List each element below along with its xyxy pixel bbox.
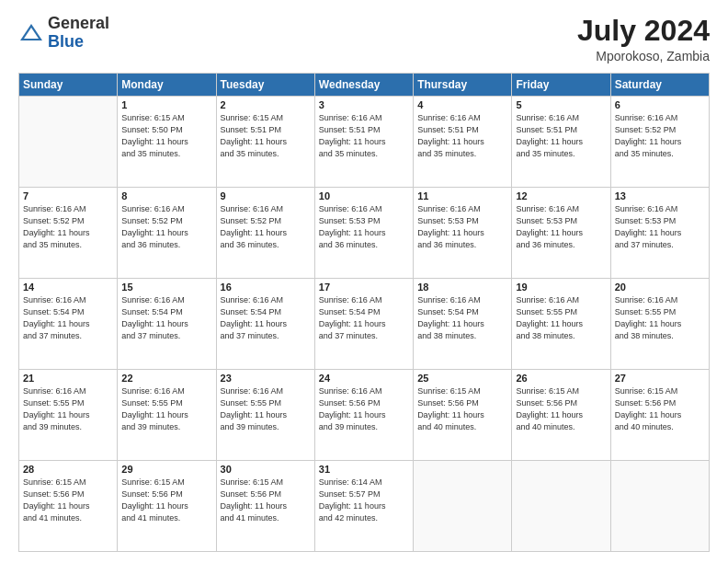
col-header-sunday: Sunday: [19, 74, 118, 97]
calendar-cell: 24Sunrise: 6:16 AM Sunset: 5:56 PM Dayli…: [314, 370, 413, 461]
day-number: 9: [221, 190, 311, 201]
day-info: Sunrise: 6:16 AM Sunset: 5:53 PM Dayligh…: [417, 203, 507, 251]
day-info: Sunrise: 6:16 AM Sunset: 5:51 PM Dayligh…: [319, 112, 409, 160]
calendar-cell: 20Sunrise: 6:16 AM Sunset: 5:55 PM Dayli…: [610, 279, 709, 370]
col-header-thursday: Thursday: [414, 74, 512, 97]
day-info: Sunrise: 6:16 AM Sunset: 5:55 PM Dayligh…: [516, 294, 606, 342]
logo: General Blue: [18, 15, 109, 52]
day-info: Sunrise: 6:15 AM Sunset: 5:56 PM Dayligh…: [23, 477, 113, 524]
week-row-3: 21Sunrise: 6:16 AM Sunset: 5:55 PM Dayli…: [19, 370, 710, 461]
col-header-friday: Friday: [512, 74, 610, 97]
week-row-0: 1Sunrise: 6:15 AM Sunset: 5:50 PM Daylig…: [19, 97, 710, 188]
day-number: 26: [516, 373, 606, 384]
day-number: 31: [319, 464, 409, 475]
logo-icon: [18, 20, 44, 46]
calendar-cell: 23Sunrise: 6:16 AM Sunset: 5:55 PM Dayli…: [216, 370, 314, 461]
day-info: Sunrise: 6:16 AM Sunset: 5:52 PM Dayligh…: [23, 203, 113, 251]
calendar-header-row: SundayMondayTuesdayWednesdayThursdayFrid…: [19, 74, 710, 97]
calendar-table: SundayMondayTuesdayWednesdayThursdayFrid…: [18, 73, 710, 552]
day-number: 15: [121, 282, 211, 293]
calendar-cell: 14Sunrise: 6:16 AM Sunset: 5:54 PM Dayli…: [19, 279, 118, 370]
calendar-cell: [19, 97, 118, 188]
day-number: 25: [417, 373, 507, 384]
calendar-cell: 1Sunrise: 6:15 AM Sunset: 5:50 PM Daylig…: [118, 97, 216, 188]
day-number: 6: [615, 99, 705, 110]
calendar-cell: 3Sunrise: 6:16 AM Sunset: 5:51 PM Daylig…: [314, 97, 413, 188]
day-number: 8: [121, 190, 211, 201]
day-info: Sunrise: 6:16 AM Sunset: 5:54 PM Dayligh…: [23, 294, 113, 342]
calendar-cell: 6Sunrise: 6:16 AM Sunset: 5:52 PM Daylig…: [610, 97, 709, 188]
day-number: 23: [221, 373, 311, 384]
calendar-cell: 16Sunrise: 6:16 AM Sunset: 5:54 PM Dayli…: [216, 279, 314, 370]
day-number: 1: [121, 99, 211, 110]
day-number: 5: [516, 99, 606, 110]
calendar-cell: 25Sunrise: 6:15 AM Sunset: 5:56 PM Dayli…: [414, 370, 512, 461]
day-number: 30: [221, 464, 311, 475]
col-header-monday: Monday: [118, 74, 216, 97]
day-info: Sunrise: 6:16 AM Sunset: 5:54 PM Dayligh…: [417, 294, 507, 342]
calendar-cell: 31Sunrise: 6:14 AM Sunset: 5:57 PM Dayli…: [314, 461, 413, 552]
day-number: 24: [319, 373, 409, 384]
day-number: 7: [23, 190, 113, 201]
day-number: 2: [221, 99, 311, 110]
day-info: Sunrise: 6:16 AM Sunset: 5:54 PM Dayligh…: [319, 294, 409, 342]
col-header-saturday: Saturday: [610, 74, 709, 97]
day-info: Sunrise: 6:16 AM Sunset: 5:54 PM Dayligh…: [221, 294, 311, 342]
calendar-cell: 13Sunrise: 6:16 AM Sunset: 5:53 PM Dayli…: [610, 188, 709, 279]
calendar-cell: 28Sunrise: 6:15 AM Sunset: 5:56 PM Dayli…: [19, 461, 118, 552]
day-info: Sunrise: 6:16 AM Sunset: 5:51 PM Dayligh…: [516, 112, 606, 160]
day-info: Sunrise: 6:16 AM Sunset: 5:54 PM Dayligh…: [121, 294, 211, 342]
calendar-cell: [414, 461, 512, 552]
week-row-2: 14Sunrise: 6:16 AM Sunset: 5:54 PM Dayli…: [19, 279, 710, 370]
page: General Blue July 2024 Mporokoso, Zambia…: [0, 0, 728, 563]
calendar-cell: 15Sunrise: 6:16 AM Sunset: 5:54 PM Dayli…: [118, 279, 216, 370]
day-number: 27: [615, 373, 705, 384]
day-info: Sunrise: 6:16 AM Sunset: 5:51 PM Dayligh…: [417, 112, 507, 160]
week-row-4: 28Sunrise: 6:15 AM Sunset: 5:56 PM Dayli…: [19, 461, 710, 552]
calendar-cell: 2Sunrise: 6:15 AM Sunset: 5:51 PM Daylig…: [216, 97, 314, 188]
calendar-cell: 5Sunrise: 6:16 AM Sunset: 5:51 PM Daylig…: [512, 97, 610, 188]
day-number: 12: [516, 190, 606, 201]
day-number: 17: [319, 282, 409, 293]
calendar-cell: 29Sunrise: 6:15 AM Sunset: 5:56 PM Dayli…: [118, 461, 216, 552]
week-row-1: 7Sunrise: 6:16 AM Sunset: 5:52 PM Daylig…: [19, 188, 710, 279]
calendar-cell: 9Sunrise: 6:16 AM Sunset: 5:52 PM Daylig…: [216, 188, 314, 279]
day-info: Sunrise: 6:16 AM Sunset: 5:55 PM Dayligh…: [615, 294, 705, 342]
col-header-tuesday: Tuesday: [216, 74, 314, 97]
day-number: 16: [221, 282, 311, 293]
day-info: Sunrise: 6:16 AM Sunset: 5:53 PM Dayligh…: [319, 203, 409, 251]
day-number: 14: [23, 282, 113, 293]
day-info: Sunrise: 6:15 AM Sunset: 5:50 PM Dayligh…: [121, 112, 211, 160]
calendar-cell: 18Sunrise: 6:16 AM Sunset: 5:54 PM Dayli…: [414, 279, 512, 370]
day-info: Sunrise: 6:15 AM Sunset: 5:56 PM Dayligh…: [221, 477, 311, 524]
day-number: 11: [417, 190, 507, 201]
day-number: 3: [319, 99, 409, 110]
day-info: Sunrise: 6:16 AM Sunset: 5:52 PM Dayligh…: [221, 203, 311, 251]
calendar-cell: 30Sunrise: 6:15 AM Sunset: 5:56 PM Dayli…: [216, 461, 314, 552]
col-header-wednesday: Wednesday: [314, 74, 413, 97]
logo-blue-text: Blue: [48, 32, 84, 51]
day-info: Sunrise: 6:15 AM Sunset: 5:56 PM Dayligh…: [615, 385, 705, 433]
location: Mporokoso, Zambia: [577, 49, 710, 63]
calendar-cell: 11Sunrise: 6:16 AM Sunset: 5:53 PM Dayli…: [414, 188, 512, 279]
calendar-cell: 10Sunrise: 6:16 AM Sunset: 5:53 PM Dayli…: [314, 188, 413, 279]
day-info: Sunrise: 6:16 AM Sunset: 5:52 PM Dayligh…: [615, 112, 705, 160]
calendar-cell: 22Sunrise: 6:16 AM Sunset: 5:55 PM Dayli…: [118, 370, 216, 461]
calendar-cell: 12Sunrise: 6:16 AM Sunset: 5:53 PM Dayli…: [512, 188, 610, 279]
header: General Blue July 2024 Mporokoso, Zambia: [18, 15, 710, 63]
day-info: Sunrise: 6:15 AM Sunset: 5:56 PM Dayligh…: [417, 385, 507, 433]
month-year: July 2024: [577, 15, 710, 47]
day-info: Sunrise: 6:16 AM Sunset: 5:52 PM Dayligh…: [121, 203, 211, 251]
day-number: 19: [516, 282, 606, 293]
day-number: 10: [319, 190, 409, 201]
logo-general-text: General: [48, 14, 109, 32]
calendar-cell: 27Sunrise: 6:15 AM Sunset: 5:56 PM Dayli…: [610, 370, 709, 461]
day-info: Sunrise: 6:15 AM Sunset: 5:51 PM Dayligh…: [221, 112, 311, 160]
day-number: 4: [417, 99, 507, 110]
day-info: Sunrise: 6:16 AM Sunset: 5:55 PM Dayligh…: [221, 385, 311, 433]
day-info: Sunrise: 6:14 AM Sunset: 5:57 PM Dayligh…: [319, 477, 409, 524]
calendar-cell: 8Sunrise: 6:16 AM Sunset: 5:52 PM Daylig…: [118, 188, 216, 279]
day-number: 22: [121, 373, 211, 384]
calendar-cell: 21Sunrise: 6:16 AM Sunset: 5:55 PM Dayli…: [19, 370, 118, 461]
day-number: 18: [417, 282, 507, 293]
